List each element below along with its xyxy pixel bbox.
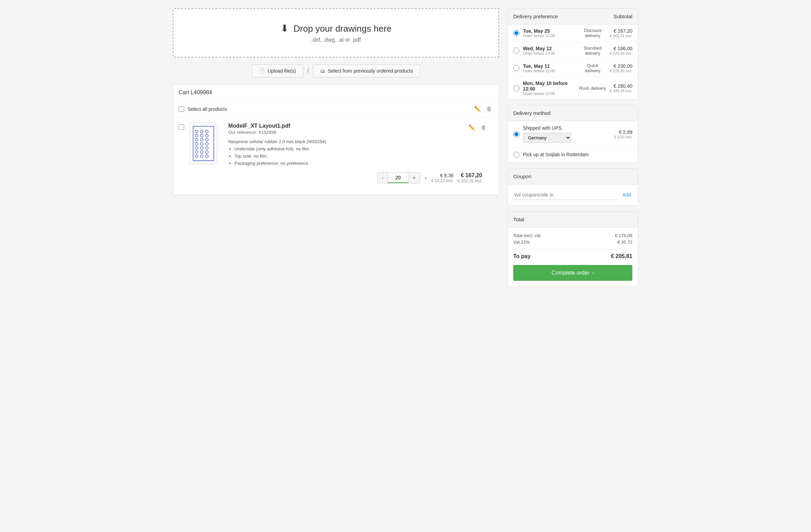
delivery-radio-2[interactable]	[513, 47, 519, 54]
delete-item-button[interactable]: 🗑	[480, 123, 488, 132]
edit-item-button[interactable]: ✏️	[467, 123, 477, 132]
delivery-date-sub-3: Order before 12:00	[523, 69, 576, 73]
delivery-radio-3[interactable]	[513, 65, 519, 71]
spec-item: Packaging preference: no preference	[234, 160, 488, 167]
delivery-option-2: Wed, May 12 Order before 23:00 Standard …	[508, 42, 638, 60]
delivery-preference-header: Delivery preference Subtotal	[508, 9, 638, 24]
svg-rect-0	[193, 126, 214, 161]
quantity-row: - + × € 8,36 € 10,12 incl.	[228, 167, 488, 189]
delivery-method-header: Delivery method	[508, 105, 638, 121]
vat-label: Vat 21%	[513, 240, 530, 245]
total-content: Total excl. vat € 170,09 Vat 21% € 35,72…	[508, 227, 638, 286]
actions-row: 📄 Upload file(s) / 🗂 Select from previou…	[173, 64, 499, 77]
complete-order-button[interactable]: Complete order ›	[513, 265, 632, 281]
delivery-price-incl-4: € 339,28 incl.	[610, 89, 632, 93]
total-title: Total	[513, 216, 524, 222]
delivery-price-2: € 186,00	[610, 46, 632, 51]
delivery-method-section: Delivery method Shipped with UPS Germany…	[507, 105, 638, 163]
delivery-option-1: Tue, May 25 Order before 23:00 Discount …	[508, 24, 638, 42]
delivery-date-sub-1: Order before 23:00	[523, 34, 576, 38]
delivery-option-4: Mon, May 10 before 12:00 Order before 12…	[508, 77, 638, 99]
delivery-price-incl-2: € 225,06 incl.	[610, 51, 632, 55]
drop-zone-title: ⬇ Drop your drawings here	[180, 23, 492, 34]
method-name-1: Shipped with UPS	[523, 125, 611, 131]
quantity-input[interactable]	[388, 173, 408, 182]
to-pay-row: To pay € 205,81	[513, 249, 632, 259]
delivery-date-2: Wed, May 12	[523, 46, 576, 51]
total-price-incl: € 202,31 incl.	[458, 179, 482, 183]
quantity-increase-button[interactable]: +	[408, 173, 420, 183]
delivery-preference-title: Delivery preference	[513, 13, 558, 19]
delivery-type-3: Quick delivery	[579, 63, 607, 73]
coupon-add-button[interactable]: Add	[621, 190, 632, 200]
product-specs: Underside (only adhesive foil): no film …	[228, 146, 488, 167]
unit-price-incl: € 10,12 incl.	[431, 178, 454, 183]
price-total: € 167,20 € 202,31 incl.	[458, 172, 482, 183]
delivery-price-1: € 167,20	[610, 28, 632, 34]
drop-zone[interactable]: ⬇ Drop your drawings here .dxf, .dwg, .a…	[173, 8, 499, 57]
upload-button[interactable]: 📄 Upload file(s)	[252, 64, 303, 77]
product-reference: Our reference: X182898	[228, 130, 290, 135]
coupon-section: Coupon Add	[507, 168, 638, 206]
delivery-price-3: € 230,00	[610, 63, 632, 69]
vat-value: € 35,72	[618, 240, 632, 245]
delivery-radio-4[interactable]	[513, 85, 519, 91]
delivery-preference-section: Delivery preference Subtotal Tue, May 25…	[507, 8, 638, 99]
select-all-checkbox[interactable]	[179, 106, 184, 112]
delivery-price-4: € 280,40	[610, 83, 632, 89]
select-all-label: Select all products	[188, 106, 227, 112]
quantity-controls: - +	[377, 172, 420, 183]
delivery-method-title: Delivery method	[513, 110, 550, 116]
delivery-date-sub-4: Order before 12:00	[523, 92, 576, 96]
method-name-2: Pick up at Snijlab in Rotterdam	[523, 151, 632, 158]
right-panel: Delivery preference Subtotal Tue, May 25…	[507, 8, 638, 292]
method-radio-1[interactable]	[513, 131, 519, 137]
download-icon: ⬇	[281, 23, 288, 34]
to-pay-value: € 205,81	[611, 253, 632, 259]
to-pay-label: To pay	[513, 253, 530, 259]
arrow-right-icon: ›	[592, 270, 594, 276]
multiply-sign: ×	[424, 175, 427, 181]
country-select[interactable]: Germany	[523, 133, 571, 143]
delivery-type-2: Standard delivery	[579, 45, 607, 56]
edit-all-button[interactable]: ✏️	[473, 104, 482, 114]
delivery-date-3: Tue, May 11	[523, 63, 576, 69]
total-section: Total Total excl. vat € 170,09 Vat 21% €…	[507, 211, 638, 287]
unit-price-main: € 8,36	[431, 173, 454, 178]
coupon-title: Coupon	[513, 173, 531, 179]
delete-all-button[interactable]: 🗑	[485, 104, 493, 114]
delivery-date-sub-2: Order before 23:00	[523, 51, 576, 55]
product-material: Neoprene cellular rubber 2.0 mm black (M…	[228, 139, 488, 144]
spec-item: Underside (only adhesive foil): no film	[234, 146, 488, 153]
total-price-main: € 167,20	[458, 172, 482, 179]
excl-vat-row: Total excl. vat € 170,09	[513, 233, 632, 238]
item-checkbox[interactable]	[179, 124, 184, 130]
delivery-date-1: Tue, May 25	[523, 28, 576, 34]
subtotal-label: Subtotal	[613, 13, 632, 19]
delivery-price-incl-1: € 202,31 incl.	[610, 34, 632, 38]
method-radio-2[interactable]	[513, 152, 519, 158]
product-name: ModelF_XT Layout1.pdf	[228, 123, 290, 129]
coupon-input[interactable]	[513, 190, 618, 200]
cart-select-all-row: Select all products ✏️ 🗑	[173, 101, 499, 117]
drop-zone-subtitle: .dxf, .dwg, .ai or .pdf	[180, 37, 492, 43]
coupon-header: Coupon	[508, 169, 638, 184]
excl-vat-value: € 170,09	[615, 233, 632, 238]
quantity-decrease-button[interactable]: -	[378, 173, 388, 183]
price-unit: € 8,36 € 10,12 incl.	[431, 173, 454, 183]
spec-item: Top side: no film	[234, 153, 488, 160]
select-previous-button[interactable]: 🗂 Select from previously ordered product…	[313, 64, 420, 77]
coupon-row: Add	[508, 184, 638, 205]
product-thumbnail	[190, 123, 217, 164]
total-header: Total	[508, 212, 638, 227]
folder-icon: 🗂	[320, 68, 325, 74]
vat-row: Vat 21% € 35,72	[513, 240, 632, 245]
delivery-price-incl-3: € 278,30 incl.	[610, 69, 632, 73]
delivery-radio-1[interactable]	[513, 30, 519, 36]
separator: /	[307, 68, 309, 74]
delivery-type-1: Discount delivery	[579, 28, 607, 38]
file-icon: 📄	[259, 68, 265, 74]
method-price-incl-1: € 3,50 incl.	[614, 135, 632, 139]
method-price-1: € 2,89	[614, 129, 632, 135]
cart-box: Cart L409984 Select all products ✏️ 🗑	[173, 84, 499, 195]
